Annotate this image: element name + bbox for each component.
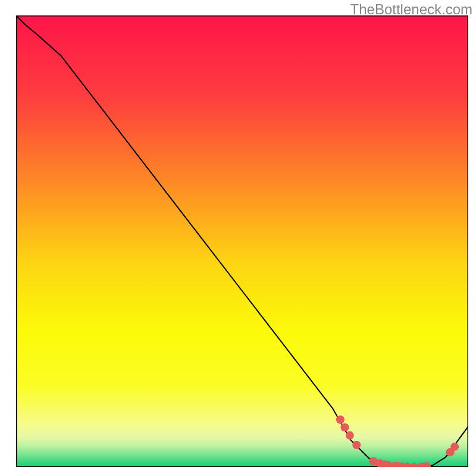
chart-marker — [352, 441, 361, 449]
chart-background — [16, 15, 468, 467]
chart-frame: TheBottleneck.com — [0, 0, 476, 476]
chart-marker — [341, 423, 349, 431]
chart-svg — [16, 15, 468, 467]
chart-plot-area — [16, 15, 468, 467]
chart-marker — [346, 431, 354, 440]
chart-marker — [450, 443, 459, 451]
attribution-text: TheBottleneck.com — [350, 1, 472, 18]
chart-marker — [336, 415, 345, 424]
